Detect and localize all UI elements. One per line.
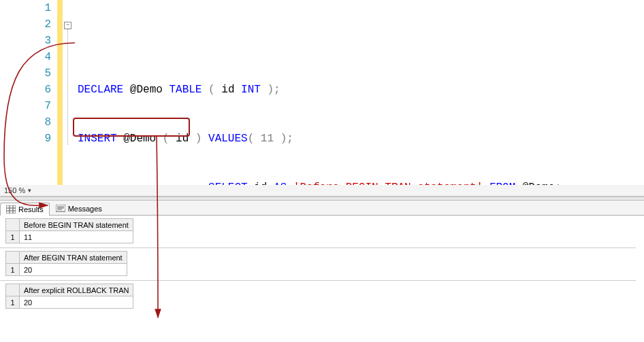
fold-toggle-icon[interactable]: − [64,22,71,29]
results-pane[interactable]: Before BEGIN TRAN statement 111 After BE… [0,218,644,309]
row-header[interactable]: 1 [6,296,20,309]
fold-strip: − [63,0,75,185]
grid-corner [6,219,20,231]
code-line: DECLARE @Demo TABLE ( id INT ); [78,82,644,98]
cell[interactable]: 20 [20,296,133,309]
grid-corner [6,284,20,296]
result-grid: Before BEGIN TRAN statement 111 [5,218,643,243]
change-marker-strip [57,0,63,185]
grid-separator [0,280,636,281]
code-line: SELECT id AS 'Before BEGIN TRAN statemen… [78,179,644,185]
results-tabs: Results Messages [0,201,644,216]
result-grid: After BEGIN TRAN statement 120 [5,251,643,276]
code-text[interactable]: DECLARE @Demo TABLE ( id INT ); INSERT @… [75,0,644,185]
tab-messages[interactable]: Messages [50,202,108,215]
svg-rect-0 [6,205,16,213]
cell[interactable]: 20 [20,264,127,276]
cell[interactable]: 11 [20,231,133,243]
column-header[interactable]: After BEGIN TRAN statement [20,252,127,264]
chevron-down-icon: ▾ [28,187,31,194]
line-number-gutter: 1 2 3 4 5 6 7 8 9 [0,0,57,185]
grid-icon [6,205,16,213]
code-editor-pane[interactable]: 1 2 3 4 5 6 7 8 9 − DECLARE @Demo TABLE … [0,0,644,185]
messages-icon [56,205,65,213]
row-header[interactable]: 1 [6,231,20,243]
code-line: INSERT @Demo ( id ) VALUES( 11 ); [78,131,644,147]
column-header[interactable]: Before BEGIN TRAN statement [20,219,133,231]
grid-corner [6,252,20,264]
row-header[interactable]: 1 [6,264,20,276]
result-grid: After explicit ROLLBACK TRAN 120 [5,284,643,309]
tab-messages-label: Messages [68,205,102,213]
column-header[interactable]: After explicit ROLLBACK TRAN [20,284,133,296]
code-line [78,33,644,49]
zoom-level[interactable]: 150 %▾ [0,185,644,196]
tab-results[interactable]: Results [0,203,50,216]
tab-results-label: Results [18,205,44,213]
grid-separator [0,247,636,248]
